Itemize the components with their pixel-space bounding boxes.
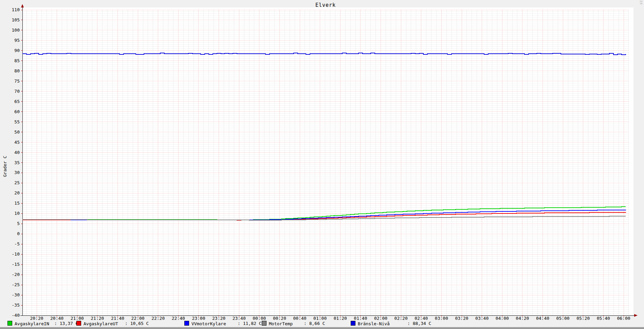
y-tick-label: 60	[14, 109, 20, 114]
legend-item: VVmotorKylare : 11,82 C	[184, 321, 226, 327]
x-tick-label: 01:40	[354, 316, 367, 321]
y-tick-label: -5	[14, 241, 20, 246]
x-tick-label: 03:00	[435, 316, 448, 321]
y-tick-label: -40	[12, 313, 20, 318]
x-tick-label: 04:20	[516, 316, 529, 321]
rrdtool-graph: Elverk Grader C RRDTOOL / TOBI OETIKER 2…	[0, 0, 644, 329]
y-tick-label: 5	[17, 221, 20, 226]
y-tick-label: 40	[14, 150, 20, 155]
x-tick-label: 22:20	[151, 316, 165, 321]
y-tick-label: 15	[14, 201, 20, 206]
legend-value: : 88,34 C	[407, 321, 431, 326]
x-axis-arrow-icon	[634, 314, 638, 317]
y-tick-label: 70	[14, 89, 20, 94]
legend-swatch-bransle-niva	[351, 321, 355, 326]
legend-swatch-avgaskylarein	[7, 321, 12, 326]
legend-label: Bränsle-Nivå	[358, 321, 390, 326]
y-tick-label: 100	[12, 28, 20, 33]
y-tick-label: 95	[14, 38, 20, 43]
window-edge	[0, 327, 644, 329]
plot-area: 20:2020:4021:0021:2021:4022:0022:2022:40…	[0, 0, 644, 321]
y-tick-label: 20	[14, 190, 20, 195]
x-tick-label: 00:20	[273, 316, 286, 321]
x-tick-label: 00:00	[253, 316, 266, 321]
legend-swatch-avgaskylareut	[76, 321, 81, 326]
y-tick-label: -20	[12, 272, 20, 277]
y-tick-label: -15	[12, 262, 20, 267]
legend-label: VVmotorKylare	[191, 321, 226, 326]
y-tick-label: -30	[12, 292, 20, 297]
legend-item: AvgaskylareIN : 13,37 C	[7, 321, 49, 327]
x-tick-label: 03:40	[475, 316, 489, 321]
x-tick-label: 21:20	[91, 316, 104, 321]
x-tick-label: 20:40	[50, 316, 63, 321]
x-tick-label: 22:00	[131, 316, 145, 321]
legend-label: MotorTemp	[269, 321, 293, 326]
x-tick-label: 23:00	[192, 316, 205, 321]
legend-item: Bränsle-Nivå : 88,34 C	[351, 321, 390, 327]
x-tick-label: 05:40	[597, 316, 610, 321]
x-tick-label: 22:40	[172, 316, 185, 321]
y-tick-label: 110	[12, 7, 20, 12]
y-tick-label: 65	[14, 99, 20, 104]
x-tick-label: 21:40	[111, 316, 124, 321]
y-tick-label: 50	[14, 129, 20, 135]
y-tick-label: 30	[14, 170, 20, 175]
y-tick-label: -25	[12, 282, 20, 287]
legend-value: : 13,37 C	[54, 321, 78, 326]
x-tick-label: 21:00	[71, 316, 84, 321]
x-tick-label: 06:00	[617, 316, 630, 321]
x-tick-label: 05:20	[576, 316, 590, 321]
x-tick-label: 04:00	[496, 316, 509, 321]
y-tick-label: 10	[14, 211, 20, 216]
x-tick-label: 03:20	[455, 316, 468, 321]
legend-value: : 8,66 C	[304, 321, 325, 326]
y-tick-label: 35	[14, 160, 20, 165]
legend-item: AvgaskylareUT : 10,65 C	[76, 321, 118, 327]
x-tick-label: 00:40	[293, 316, 306, 321]
legend-value: : 11,82 C	[238, 321, 261, 326]
y-tick-label: 0	[17, 231, 20, 236]
y-tick-label: 80	[14, 68, 20, 73]
y-axis-arrow-icon	[21, 4, 24, 7]
y-tick-label: 105	[12, 17, 20, 22]
legend-swatch-vvmotorkylare	[184, 321, 189, 326]
y-tick-label: 55	[14, 119, 20, 124]
y-tick-label: 85	[14, 58, 20, 63]
x-tick-label: 01:00	[313, 316, 327, 321]
y-tick-label: 90	[14, 48, 20, 53]
x-tick-label: 05:00	[556, 316, 570, 321]
y-tick-label: 25	[14, 180, 20, 185]
y-tick-label: 75	[14, 79, 20, 84]
x-tick-label: 02:00	[374, 316, 387, 321]
x-tick-label: 04:40	[536, 316, 549, 321]
x-tick-label: 23:40	[233, 316, 246, 321]
x-tick-label: 01:20	[334, 316, 347, 321]
legend-value: : 10,65 C	[125, 321, 149, 326]
legend-label: AvgaskylareIN	[15, 321, 49, 326]
y-tick-label: -10	[12, 252, 20, 257]
legend: AvgaskylareIN : 13,37 C AvgaskylareUT : …	[0, 321, 644, 327]
x-tick-label: 20:20	[30, 316, 43, 321]
x-tick-label: 23:20	[212, 316, 225, 321]
legend-label: AvgaskylareUT	[84, 321, 118, 326]
legend-item: MotorTemp : 8,66 C	[262, 321, 293, 327]
y-tick-label: 45	[14, 140, 20, 145]
legend-swatch-motortemp	[262, 321, 266, 326]
x-tick-label: 02:20	[394, 316, 408, 321]
x-tick-label: 02:40	[415, 316, 428, 321]
y-tick-label: -35	[12, 302, 20, 308]
